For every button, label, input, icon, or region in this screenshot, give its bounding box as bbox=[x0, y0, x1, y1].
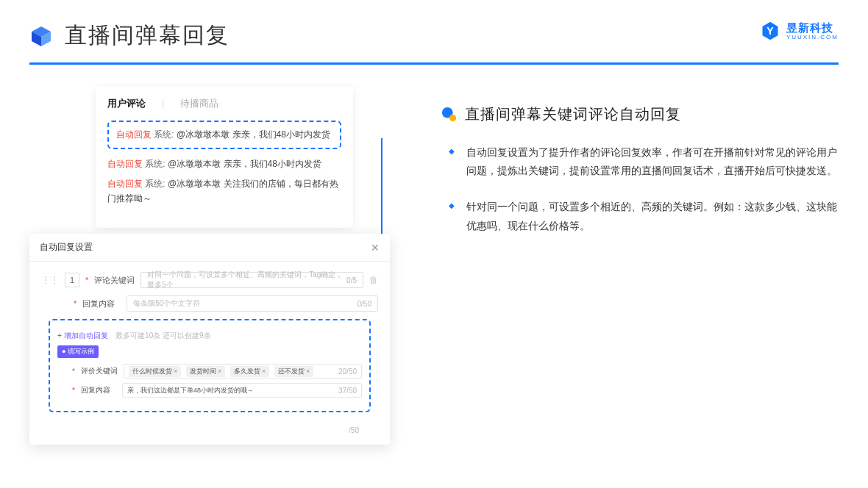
add-limit-hint: 最多可建10条 还可以创建9条 bbox=[115, 331, 210, 340]
brand-name-en: YUUXIN.COM bbox=[786, 35, 839, 40]
tab-pending-goods[interactable]: 待播商品 bbox=[180, 97, 218, 110]
comment-text: @冰墩墩本墩 关注我们的店铺，每日都有热门推荐呦～ bbox=[107, 179, 338, 204]
example-reply-text: 亲，我们这边都是下单48小时内发货的哦～ bbox=[127, 386, 254, 395]
reply-label: 回复内容 bbox=[82, 298, 121, 309]
keyword-input[interactable]: 对同一个问题，可设置多个相近、高频的关键词，Tag确定，最多5个 0/5 bbox=[140, 272, 363, 288]
reply-counter: 0/50 bbox=[357, 300, 371, 308]
required-dot: * bbox=[85, 276, 88, 284]
example-keyword-label: 评价关键词 bbox=[81, 366, 118, 376]
keyword-placeholder: 对同一个问题，可设置多个相近、高频的关键词，Tag确定，最多5个 bbox=[147, 270, 346, 290]
example-tag-counter: 20/50 bbox=[338, 367, 357, 376]
delete-icon[interactable]: 🗑 bbox=[369, 275, 378, 285]
drag-handle-icon[interactable]: ⋮⋮ bbox=[41, 275, 59, 285]
reply-input[interactable]: 每条限50个中文字符 0/50 bbox=[127, 295, 378, 312]
settings-card: 自动回复设置 ✕ ⋮⋮ 1 * 评论关键词 对同一个问题，可设置多个相近、高频的… bbox=[29, 234, 390, 445]
settings-title: 自动回复设置 bbox=[40, 241, 93, 254]
system-label: 系统: bbox=[145, 179, 165, 189]
chat-bubble-icon bbox=[441, 107, 458, 123]
required-dot: * bbox=[74, 299, 77, 308]
svg-text:Y: Y bbox=[766, 25, 774, 37]
close-icon[interactable]: ✕ bbox=[371, 242, 380, 254]
system-label: 系统: bbox=[154, 129, 174, 140]
tab-divider: | bbox=[162, 97, 164, 110]
example-badge: ● 填写示例 bbox=[57, 345, 99, 358]
required-dot: * bbox=[72, 367, 75, 376]
tab-user-comments[interactable]: 用户评论 bbox=[107, 97, 146, 110]
brand-name-cn: 昱新科技 bbox=[786, 22, 839, 33]
tag-chip[interactable]: 什么时候发货× bbox=[129, 366, 181, 377]
comment-row: 自动回复 系统: @冰墩墩本墩 关注我们的店铺，每日都有热门推荐呦～ bbox=[107, 176, 341, 207]
brand-logo: Y 昱新科技 YUUXIN.COM bbox=[760, 21, 839, 41]
reply-placeholder: 每条限50个中文字符 bbox=[133, 298, 200, 309]
rule-index: 1 bbox=[65, 273, 79, 287]
comment-highlighted: 自动回复 系统: @冰墩墩本墩 亲亲，我们48小时内发货 bbox=[107, 121, 341, 149]
tag-chip[interactable]: 发货时间× bbox=[186, 366, 225, 377]
example-reply-counter: 37/50 bbox=[338, 387, 357, 395]
svg-point-5 bbox=[449, 115, 456, 121]
comments-card: 用户评论 | 待播商品 自动回复 系统: @冰墩墩本墩 亲亲，我们48小时内发货… bbox=[96, 87, 353, 228]
comment-row: 自动回复 系统: @冰墩墩本墩 亲亲，我们48小时内发货 bbox=[107, 157, 341, 171]
example-block: + 增加自动回复 最多可建10条 还可以创建9条 ● 填写示例 * 评价关键词 … bbox=[49, 319, 371, 412]
required-dot: * bbox=[72, 387, 75, 395]
keyword-label: 评论关键词 bbox=[94, 275, 135, 286]
bullet-item: 自动回复设置为了提升作者的评论回复效率，作者可在开播前针对常见的评论用户问题，提… bbox=[459, 143, 839, 180]
keyword-counter: 0/5 bbox=[346, 276, 357, 284]
comment-text: @冰墩墩本墩 亲亲，我们48小时内发货 bbox=[177, 129, 330, 140]
example-reply-field[interactable]: 亲，我们这边都是下单48小时内发货的哦～ 37/50 bbox=[122, 383, 362, 398]
add-auto-reply-link[interactable]: + 增加自动回复 bbox=[57, 331, 108, 340]
comment-text: @冰墩墩本墩 亲亲，我们48小时内发货 bbox=[168, 159, 321, 169]
example-keyword-field[interactable]: 什么时候发货× 发货时间× 多久发货× 还不发货× 20/50 bbox=[124, 364, 362, 378]
tag-chip[interactable]: 多久发货× bbox=[230, 366, 269, 377]
auto-reply-tag: 自动回复 bbox=[107, 159, 143, 169]
bullet-item: 针对同一个问题，可设置多个相近的、高频的关键词。例如：这款多少钱、这块能优惠吗、… bbox=[459, 198, 839, 234]
auto-reply-tag: 自动回复 bbox=[107, 179, 143, 189]
page-title: 直播间弹幕回复 bbox=[65, 21, 230, 51]
example-reply-label: 回复内容 bbox=[81, 385, 116, 395]
section-title: 直播间弹幕关键词评论自动回复 bbox=[465, 104, 681, 124]
bottom-counter: /50 bbox=[349, 426, 359, 434]
auto-reply-tag: 自动回复 bbox=[116, 129, 152, 140]
cube-icon bbox=[29, 24, 53, 48]
tag-chip[interactable]: 还不发货× bbox=[274, 366, 313, 377]
system-label: 系统: bbox=[145, 159, 165, 169]
